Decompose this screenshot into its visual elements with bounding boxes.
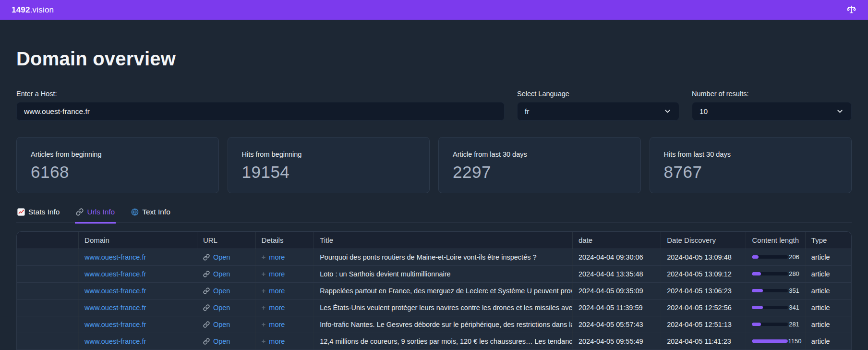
content-length-cell: 351 — [746, 282, 805, 299]
tab-urls-info[interactable]: Urls Info — [75, 205, 116, 224]
stat-label: Hits from beginning — [242, 150, 416, 158]
open-link[interactable]: Open — [203, 338, 250, 345]
language-select-value: fr — [525, 107, 529, 116]
tab-bar: Stats Info Urls Info Text Info — [16, 205, 852, 223]
tab-stats-info[interactable]: Stats Info — [16, 205, 60, 224]
scales-icon — [846, 5, 856, 15]
stat-value: 6168 — [31, 162, 205, 182]
results-select[interactable]: 10 — [692, 102, 852, 121]
stat-card-hits-total: Hits from beginning 19154 — [228, 137, 430, 193]
open-link[interactable]: Open — [203, 270, 250, 278]
controls-row: Enter a Host: Select Language fr Number … — [16, 90, 852, 121]
content-length-bar — [752, 339, 788, 343]
stat-value: 8767 — [664, 162, 838, 182]
plus-icon: + — [262, 303, 266, 312]
stat-value: 2297 — [453, 162, 627, 182]
col-header-details: Details — [255, 232, 314, 249]
tab-label: Urls Info — [87, 208, 115, 216]
col-header-date-discovery: Date Discovery — [661, 232, 746, 249]
plus-icon: + — [262, 320, 266, 328]
more-link[interactable]: +more — [262, 287, 308, 295]
date-discovery-cell: 2024-04-05 13:09:12 — [661, 265, 746, 282]
title-cell: Info-trafic Nantes. Le Gesvres déborde s… — [314, 316, 573, 333]
more-link[interactable]: +more — [262, 320, 308, 328]
top-navbar: 1492.vision — [0, 0, 868, 20]
date-discovery-cell: 2024-04-05 12:52:56 — [661, 299, 746, 316]
page-title: Domain overview — [16, 48, 852, 70]
type-cell: article — [805, 249, 851, 265]
link-icon — [203, 254, 210, 261]
link-icon — [203, 271, 210, 277]
stat-label: Article from last 30 days — [453, 150, 627, 158]
content-length-bar — [752, 272, 788, 275]
row-empty-cell — [17, 316, 79, 333]
content-length-cell: 280 — [746, 265, 805, 282]
domain-link[interactable]: www.ouest-france.fr — [84, 253, 146, 261]
stat-value: 19154 — [242, 162, 416, 182]
more-link[interactable]: +more — [262, 303, 308, 312]
col-header-date: date — [572, 232, 661, 249]
content-length-cell: 281 — [746, 316, 805, 333]
tab-label: Text Info — [142, 208, 170, 216]
brand-bold: 1492 — [12, 5, 30, 14]
title-cell: 12,4 millions de coureurs, 9 sorties par… — [314, 333, 573, 350]
link-icon — [76, 208, 84, 216]
chart-icon — [17, 208, 25, 216]
results-label: Number of results: — [692, 90, 852, 98]
content-length-cell: 206 — [746, 249, 805, 265]
date-cell: 2024-04-05 09:55:49 — [572, 333, 661, 350]
language-label: Select Language — [517, 90, 679, 98]
table-header-row: Domain URL Details Title date Date Disco… — [17, 232, 851, 249]
link-icon — [203, 338, 210, 345]
row-empty-cell — [17, 299, 79, 316]
type-cell: article — [805, 333, 851, 350]
open-link[interactable]: Open — [203, 253, 250, 261]
content-length-cell: 341 — [746, 299, 805, 316]
brand-logo[interactable]: 1492.vision — [12, 5, 54, 15]
title-cell: Loto : un Sarthois devient multimillionn… — [314, 265, 573, 282]
tab-text-info[interactable]: Text Info — [130, 205, 171, 224]
domain-link[interactable]: www.ouest-france.fr — [84, 321, 146, 328]
date-cell: 2024-04-05 09:35:09 — [572, 282, 661, 299]
domain-link[interactable]: www.ouest-france.fr — [84, 287, 146, 295]
date-cell: 2024-04-04 13:35:48 — [572, 265, 661, 282]
title-cell: Les États-Unis veulent protéger leurs na… — [314, 299, 573, 316]
chevron-down-icon — [836, 107, 844, 115]
plus-icon: + — [262, 337, 266, 345]
more-link[interactable]: +more — [262, 253, 308, 261]
open-link[interactable]: Open — [203, 321, 250, 328]
type-cell: article — [805, 265, 851, 282]
urls-table: Domain URL Details Title date Date Disco… — [16, 231, 852, 350]
results-select-value: 10 — [699, 107, 708, 116]
date-discovery-cell: 2024-04-05 12:51:13 — [661, 316, 746, 333]
domain-link[interactable]: www.ouest-france.fr — [84, 338, 146, 345]
link-icon — [203, 288, 210, 294]
open-link[interactable]: Open — [203, 304, 250, 312]
language-select[interactable]: fr — [517, 102, 679, 121]
plus-icon: + — [262, 287, 266, 295]
more-link[interactable]: +more — [262, 337, 308, 345]
type-cell: article — [805, 316, 851, 333]
more-link[interactable]: +more — [262, 270, 308, 278]
globe-icon — [131, 208, 139, 216]
date-cell: 2024-04-05 11:39:59 — [572, 299, 661, 316]
content-length-cell: 1150 — [746, 333, 805, 350]
link-icon — [203, 321, 210, 328]
title-cell: Pourquoi des ponts routiers de Maine-et-… — [314, 249, 573, 265]
type-cell: article — [805, 282, 851, 299]
domain-link[interactable]: www.ouest-france.fr — [84, 270, 146, 278]
stat-card-articles-total: Articles from beginning 6168 — [16, 137, 219, 193]
tab-label: Stats Info — [28, 208, 60, 216]
stat-card-articles-30d: Article from last 30 days 2297 — [438, 137, 641, 193]
domain-link[interactable]: www.ouest-france.fr — [84, 304, 146, 312]
host-input[interactable] — [16, 102, 505, 121]
table-row: www.ouest-france.fr Open +more Les États… — [17, 299, 851, 316]
plus-icon: + — [262, 253, 266, 261]
brand-rest: .vision — [30, 5, 54, 14]
table-row: www.ouest-france.fr Open +more Loto : un… — [17, 265, 851, 282]
content-length-bar — [752, 306, 788, 309]
col-header-title: Title — [314, 232, 573, 249]
date-discovery-cell: 2024-04-05 13:09:48 — [661, 249, 746, 265]
open-link[interactable]: Open — [203, 287, 250, 295]
link-icon — [203, 304, 210, 311]
